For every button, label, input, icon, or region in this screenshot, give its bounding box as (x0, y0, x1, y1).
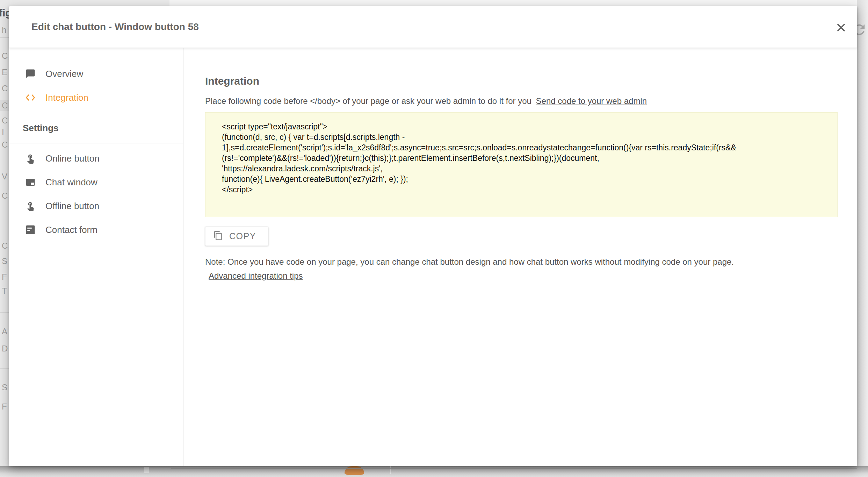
background-text-fragment: S (2, 256, 7, 266)
background-text-fragment: S (2, 383, 7, 392)
close-icon (836, 22, 846, 34)
code-line: <script type="text/javascript"> (222, 121, 823, 132)
background-text-fragment: fig (0, 7, 9, 19)
dialog-body: Overview Integration Settings Online but (9, 48, 857, 466)
dialog-header: Edit chat button - Window button 58 (9, 6, 857, 48)
chat-window-icon (25, 177, 36, 187)
background-text-fragment: V (2, 172, 7, 181)
sidebar-item-offline-button[interactable]: Offline button (9, 194, 183, 218)
background-notch (144, 467, 149, 473)
copy-button[interactable]: COPY (205, 227, 268, 246)
background-text-fragment: A (2, 327, 7, 336)
background-text-fragment: I (2, 127, 4, 137)
background-left-sliver: fighCECCCICVCCSFTADSFA (0, 0, 9, 477)
chat-bubble-icon (25, 69, 36, 79)
sidebar-item-chat-window[interactable]: Chat window (9, 170, 183, 194)
background-text-fragment: F (2, 402, 7, 412)
code-brackets-icon (25, 92, 36, 103)
sidebar-section-settings: Settings (9, 113, 183, 143)
sidebar-item-label: Contact form (45, 225, 97, 235)
sidebar-item-overview[interactable]: Overview (9, 62, 183, 86)
copy-button-label: COPY (229, 231, 256, 241)
code-line: (rs!='complete')&&(rs!='loaded')){return… (222, 153, 823, 163)
code-line: 'https://alexandra.ladesk.com/scripts/tr… (222, 163, 823, 174)
background-text-fragment: T (2, 286, 7, 296)
sidebar-item-label: Overview (45, 69, 83, 79)
send-code-link[interactable]: Send code to your web admin (536, 96, 647, 106)
background-panel-edge (171, 468, 857, 469)
background-text-fragment: C (2, 191, 8, 201)
background-text-fragment: C (2, 241, 8, 251)
background-bottom-strip (0, 466, 868, 477)
background-text-fragment: F (2, 272, 7, 282)
background-card-sliver (169, 0, 857, 7)
close-button[interactable] (833, 20, 849, 36)
background-text-fragment: C (2, 140, 8, 150)
edit-chat-button-dialog: Edit chat button - Window button 58 Over… (9, 6, 857, 466)
copy-icon (213, 231, 223, 242)
contact-form-icon (25, 225, 36, 235)
code-line: </script> (222, 184, 823, 195)
integration-code-block: <script type="text/javascript"> (functio… (205, 112, 838, 217)
background-text-fragment: C (2, 116, 8, 126)
sidebar-item-label: Chat window (45, 177, 97, 188)
sidebar-item-label: Online button (45, 153, 100, 164)
touch-app-icon (25, 153, 36, 164)
touch-app-icon (25, 201, 36, 211)
background-text-fragment: E (2, 67, 7, 77)
background-right-sliver (857, 0, 868, 477)
code-line: function(e){ LiveAgent.createButton('ez7… (222, 174, 823, 184)
sidebar-item-online-button[interactable]: Online button (9, 147, 183, 170)
code-line: (function(d, src, c) { var t=d.scripts[d… (222, 132, 823, 142)
background-text-fragment: h (2, 25, 6, 35)
sidebar-item-contact-form[interactable]: Contact form (9, 218, 183, 242)
dialog-title: Edit chat button - Window button 58 (23, 21, 199, 33)
background-seam (390, 466, 391, 474)
background-text-fragment: C (2, 84, 8, 93)
integration-heading: Integration (205, 75, 838, 87)
code-line: 1],s=d.createElement('script');s.id='la_… (222, 142, 823, 153)
background-divider (0, 312, 9, 313)
background-search-underline (0, 37, 9, 38)
advanced-integration-tips-link[interactable]: Advanced integration tips (209, 271, 303, 281)
dialog-sidebar: Overview Integration Settings Online but (9, 48, 183, 466)
background-divider (0, 368, 9, 369)
integration-panel: Integration Place following code before … (183, 48, 857, 466)
sidebar-item-integration[interactable]: Integration (9, 86, 183, 109)
sidebar-item-label: Offline button (45, 201, 99, 212)
chat-button-preview (345, 466, 364, 475)
sidebar-item-label: Integration (45, 92, 88, 103)
instructions-text: Place following code before </body> of y… (205, 96, 531, 106)
background-text-fragment: D (2, 344, 8, 354)
background-text-fragment: C (2, 101, 8, 111)
integration-note: Note: Once you have code on your page, y… (205, 257, 838, 267)
sidebar-section-label: Settings (23, 123, 59, 134)
background-text-fragment: C (2, 51, 8, 61)
integration-instructions: Place following code before </body> of y… (205, 96, 838, 106)
